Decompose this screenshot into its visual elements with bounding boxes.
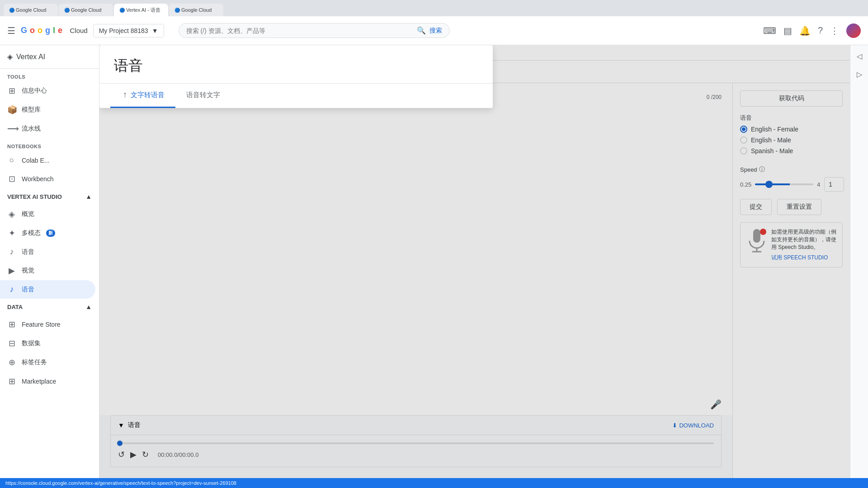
search-icon[interactable]: 🔍: [417, 26, 426, 35]
search-input[interactable]: [186, 27, 413, 34]
sidebar-item-label: 信息中心: [22, 87, 47, 95]
search-button[interactable]: 搜索: [429, 27, 442, 35]
sidebar-brand: ◈ Vertex AI: [0, 45, 99, 69]
model-garden-icon: 📦: [7, 105, 16, 115]
sidebar-item-multimodal[interactable]: ✦ 多模态 新: [0, 224, 95, 243]
pipelines-icon: ⟶: [7, 124, 16, 134]
dropdown-tabs: ↑ 文字转语音 语音转文字: [99, 84, 493, 108]
feature-store-icon: ⊞: [7, 319, 16, 329]
sidebar-item-label: 视觉: [22, 267, 34, 275]
cursor-icon: ↑: [123, 90, 127, 99]
content-area: 语音 ↑ 文字转语音 语音转文字 语音 文: [99, 45, 850, 478]
status-url: https://console.cloud.google.com/vertex-…: [5, 480, 236, 486]
google-cloud-logo: Google Cloud: [21, 26, 88, 35]
sidebar-item-marketplace[interactable]: ⊞ Marketplace: [0, 372, 95, 391]
sidebar-item-pipelines[interactable]: ⟶ 流水线: [0, 119, 95, 138]
vision-icon: ▶: [7, 266, 16, 276]
sidebar-item-model-garden[interactable]: 📦 模型库: [0, 100, 95, 119]
right-sidebar: ◁ ▷: [850, 45, 868, 478]
new-badge: 新: [46, 230, 55, 237]
datasets-icon: ⊟: [7, 338, 16, 348]
sidebar-item-feature-store[interactable]: ⊞ Feature Store: [0, 315, 95, 334]
sidebar-item-label: 多模态: [22, 229, 41, 237]
sidebar-item-dashboard[interactable]: ⊞ 信息中心: [0, 81, 95, 100]
sidebar-item-label: 数据集: [22, 339, 41, 347]
dropdown-chevron-icon: ▼: [152, 27, 158, 34]
dropdown-tab-tts[interactable]: ↑ 文字转语音: [110, 84, 175, 108]
more-options-icon[interactable]: ⋮: [830, 25, 839, 36]
sidebar-item-label: 语音: [22, 286, 34, 294]
sidebar-item-label: 流水线: [22, 125, 41, 133]
sidebar-item-label: 语音: [22, 248, 34, 256]
vertex-ai-icon: ◈: [7, 52, 13, 61]
app-header: ☰ Google Cloud My Project 88183 ▼ 🔍 搜索 ⌨…: [0, 16, 868, 45]
browser-tab-3[interactable]: 🔵 Vertex AI - 语音: [114, 4, 168, 16]
browser-tab-1[interactable]: 🔵 Google Cloud: [4, 4, 58, 16]
browser-tab-2[interactable]: 🔵 Google Cloud: [59, 4, 113, 16]
right-sidebar-icon-2[interactable]: ▷: [852, 67, 867, 81]
search-bar: 🔍 搜索: [179, 23, 450, 38]
cloud-shell-icon[interactable]: ▤: [783, 25, 792, 36]
data-section-toggle[interactable]: DATA ▲: [0, 299, 99, 315]
sidebar-item-label: Feature Store: [22, 321, 61, 328]
notebooks-section-label: NOTEBOOKS: [0, 138, 99, 151]
sidebar-item-label: 模型库: [22, 106, 41, 114]
sidebar-item-vision[interactable]: ▶ 视觉: [0, 261, 95, 280]
dropdown-title: 语音: [114, 56, 478, 76]
dashboard-icon: ⊞: [7, 86, 16, 96]
sidebar-item-label: 标签任务: [22, 358, 47, 366]
speech-icon-1: ♪: [7, 247, 16, 257]
labeling-icon: ⊕: [7, 357, 16, 367]
notifications-icon[interactable]: 🔔: [799, 25, 811, 36]
colab-icon: ○: [7, 155, 16, 165]
browser-tab-4[interactable]: 🔵 Google Cloud: [169, 4, 223, 16]
browser-tabs: 🔵 Google Cloud 🔵 Google Cloud 🔵 Vertex A…: [4, 0, 223, 16]
sidebar-item-label: 概览: [22, 210, 34, 218]
sidebar-item-label: Colab E...: [22, 157, 49, 164]
sidebar-item-workbench[interactable]: ⊡ Workbench: [0, 169, 95, 188]
dropdown-menu: 语音 ↑ 文字转语音 语音转文字: [99, 45, 493, 108]
browser-bar: 🔵 Google Cloud 🔵 Google Cloud 🔵 Vertex A…: [0, 0, 868, 16]
main-layout: ◈ Vertex AI TOOLS ⊞ 信息中心 📦 模型库 ⟶ 流水线 NOT…: [0, 45, 868, 478]
sidebar-item-speech-active[interactable]: ♪ 语音: [0, 280, 95, 299]
multimodal-icon: ✦: [7, 228, 16, 238]
dropdown-tab-stt[interactable]: 语音转文字: [175, 84, 231, 108]
sidebar-item-label: Marketplace: [22, 378, 56, 385]
right-sidebar-icon-1[interactable]: ◁: [852, 49, 867, 63]
header-actions: ⌨ ▤ 🔔 ? ⋮: [763, 23, 861, 38]
tools-section-label: TOOLS: [0, 69, 99, 81]
dropdown-header: 语音: [99, 45, 493, 84]
project-selector[interactable]: My Project 88183 ▼: [93, 24, 164, 38]
hamburger-menu-icon[interactable]: ☰: [7, 25, 15, 36]
sidebar-item-labeling[interactable]: ⊕ 标签任务: [0, 353, 95, 372]
sidebar-item-label: Workbench: [22, 175, 54, 183]
vertex-ai-studio-toggle[interactable]: VERTEX AI STUDIO ▲: [0, 188, 99, 205]
terminal-icon[interactable]: ⌨: [763, 25, 776, 36]
sidebar-item-datasets[interactable]: ⊟ 数据集: [0, 334, 95, 353]
chevron-up-icon-data: ▲: [85, 303, 92, 310]
avatar[interactable]: [846, 23, 861, 38]
speech-active-icon: ♪: [7, 285, 16, 294]
status-bar: https://console.cloud.google.com/vertex-…: [0, 478, 868, 488]
workbench-icon: ⊡: [7, 174, 16, 184]
sidebar-item-colab[interactable]: ○ Colab E...: [0, 151, 95, 169]
marketplace-icon: ⊞: [7, 376, 16, 386]
help-icon[interactable]: ?: [818, 25, 823, 36]
overview-icon: ◈: [7, 209, 16, 219]
sidebar-item-overview[interactable]: ◈ 概览: [0, 205, 95, 224]
chevron-up-icon: ▲: [85, 193, 92, 200]
dropdown-overlay[interactable]: 语音 ↑ 文字转语音 语音转文字: [99, 45, 850, 478]
project-selector-label: My Project 88183: [99, 27, 148, 34]
sidebar: ◈ Vertex AI TOOLS ⊞ 信息中心 📦 模型库 ⟶ 流水线 NOT…: [0, 45, 99, 478]
sidebar-item-speech-1[interactable]: ♪ 语音: [0, 243, 95, 261]
